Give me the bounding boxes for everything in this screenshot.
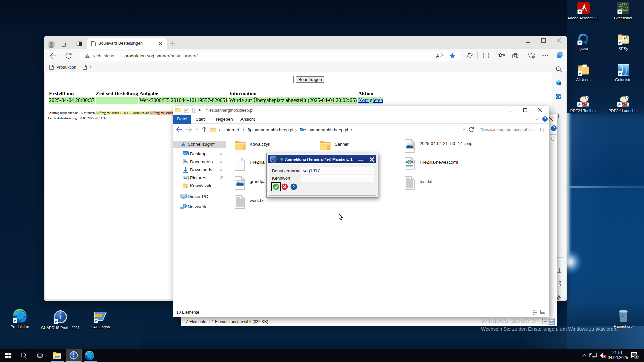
svg-text:?: ? [292,184,295,189]
svg-text:F24: F24 [581,103,587,106]
svg-text:A: A [436,53,439,59]
svg-text:1: 1 [636,355,637,359]
svg-text:F24: F24 [621,103,627,106]
